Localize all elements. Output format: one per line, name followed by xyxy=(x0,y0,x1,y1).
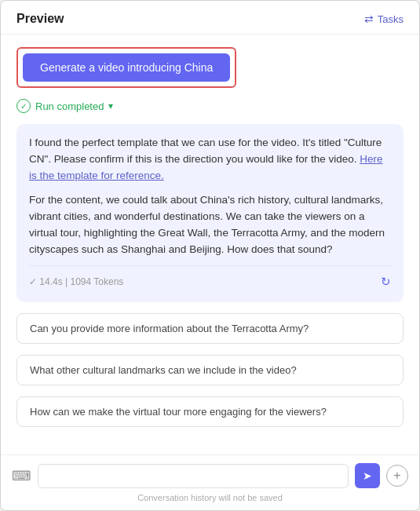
run-completed-status: ✓ Run completed ▾ xyxy=(16,99,404,113)
main-window: Preview ⇄ Tasks Generate a video introdu… xyxy=(0,0,420,511)
check-circle-icon: ✓ xyxy=(16,99,31,113)
tasks-icon: ⇄ xyxy=(364,13,374,25)
generate-button-wrapper: Generate a video introducing China xyxy=(16,47,236,88)
bottom-bar: ⌨ ➤ + Conversation history will not be s… xyxy=(1,454,419,510)
add-button[interactable]: + xyxy=(386,465,408,487)
history-note: Conversation history will not be saved xyxy=(12,493,408,502)
message-paragraph-2: For the content, we could talk about Chi… xyxy=(29,192,391,258)
content-area: Generate a video introducing China ✓ Run… xyxy=(1,35,419,454)
generate-button[interactable]: Generate a video introducing China xyxy=(23,53,230,82)
send-button[interactable]: ➤ xyxy=(355,463,380,488)
message-meta: ✓ 14.4s | 1094 Tokens xyxy=(29,275,123,290)
run-completed-label: Run completed xyxy=(35,100,104,112)
suggestion-item[interactable]: How can we make the virtual tour more en… xyxy=(16,396,404,427)
suggestion-item[interactable]: What other cultural landmarks can we inc… xyxy=(16,355,404,385)
suggestion-item[interactable]: Can you provide more information about t… xyxy=(16,313,404,344)
tasks-label: Tasks xyxy=(378,13,404,25)
chevron-down-icon[interactable]: ▾ xyxy=(108,100,113,111)
message-bubble: I found the perfect template that we can… xyxy=(16,124,404,302)
chat-input[interactable] xyxy=(38,464,349,488)
send-icon: ➤ xyxy=(363,469,372,482)
header: Preview ⇄ Tasks xyxy=(1,1,419,35)
input-row: ⌨ ➤ + xyxy=(12,463,408,488)
message-paragraph-1: I found the perfect template that we can… xyxy=(29,135,391,184)
keyboard-icon[interactable]: ⌨ xyxy=(12,468,31,484)
refresh-icon[interactable]: ↻ xyxy=(381,272,391,290)
page-title: Preview xyxy=(16,12,64,26)
tasks-button[interactable]: ⇄ Tasks xyxy=(364,13,404,25)
message-footer: ✓ 14.4s | 1094 Tokens ↻ xyxy=(29,265,391,290)
plus-icon: + xyxy=(393,469,400,483)
